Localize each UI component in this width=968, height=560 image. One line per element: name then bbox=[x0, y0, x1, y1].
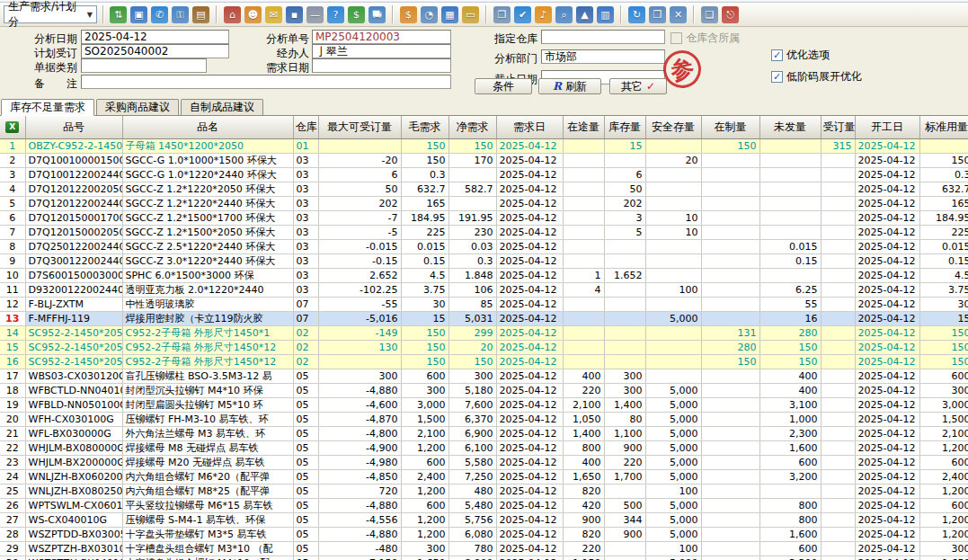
cell-warehouse[interactable]: 03 bbox=[293, 153, 318, 167]
tab-3[interactable]: 自制成品建议 bbox=[181, 99, 263, 115]
cell-ordered[interactable] bbox=[821, 397, 855, 412]
row-number[interactable]: 22 bbox=[0, 440, 25, 455]
row-number[interactable]: 28 bbox=[0, 527, 25, 541]
workstation-icon[interactable]: ▣ bbox=[130, 6, 147, 23]
cell-max-orderable[interactable]: 6 bbox=[318, 167, 401, 182]
cell-unissued[interactable] bbox=[759, 484, 821, 498]
cell-in-process[interactable] bbox=[701, 527, 759, 541]
cell-in-transit[interactable] bbox=[563, 325, 604, 340]
row-number[interactable]: 6 bbox=[0, 210, 25, 225]
cell-item-name[interactable]: SGCC-Z 2.5*1220*2440 环保大 bbox=[122, 239, 293, 253]
row-number[interactable]: 5 bbox=[0, 196, 25, 210]
cell-net-demand[interactable]: 6,080 bbox=[448, 527, 496, 541]
table-row[interactable]: 12F-BLJ-ZXTM中性透明玻璃胶07-5530852025-04-1255… bbox=[0, 297, 968, 311]
cell-demand-date[interactable]: 2025-04-12 bbox=[496, 440, 563, 455]
cell-demand-date[interactable]: 2025-04-12 bbox=[496, 311, 563, 325]
cell-max-orderable[interactable] bbox=[318, 354, 401, 369]
col-header-item-name[interactable]: 品名 bbox=[122, 116, 293, 138]
cell-start-date[interactable]: 2025-04-12 bbox=[855, 153, 919, 167]
table-row[interactable]: 18WFBCTLD-NN040100G封闭型沉头拉铆钉 M4*10 环保05-4… bbox=[0, 383, 968, 397]
cell-in-transit[interactable] bbox=[563, 167, 604, 182]
table-row[interactable]: 23WHJLM-BX200000G焊接螺母 M20 无碰焊点 易车铁05-4,9… bbox=[0, 455, 968, 469]
cell-gross-demand[interactable]: 2,400 bbox=[401, 469, 448, 484]
cell-max-orderable[interactable]: -7 bbox=[318, 210, 401, 225]
cell-std-usage[interactable]: 1,200 bbox=[919, 484, 968, 498]
cell-gross-demand[interactable]: 2,100 bbox=[401, 426, 448, 440]
cell-gross-demand[interactable]: 0.15 bbox=[401, 253, 448, 268]
table-row[interactable]: 5D7Q1201220024400GSGCC-Z 1.2*1220*2440 环… bbox=[0, 196, 968, 210]
table-row[interactable]: 10D7S6001500030000GSPHC 6.0*1500*3000 环保… bbox=[0, 268, 968, 282]
cell-in-transit[interactable] bbox=[563, 182, 604, 196]
cell-net-demand[interactable]: 0.3 bbox=[448, 253, 496, 268]
close-window-icon[interactable]: ✕ bbox=[670, 6, 687, 23]
cell-std-usage[interactable]: 184.95 bbox=[919, 210, 968, 225]
table-row[interactable]: 14SC952-2-1450*2050-1C952-2子母箱 外形尺寸1450*… bbox=[0, 325, 968, 340]
cell-safety-stock[interactable]: 5,000 bbox=[645, 440, 701, 455]
cell-net-demand[interactable]: 170 bbox=[448, 153, 496, 167]
cell-item-no[interactable]: D7Q1201220024400G bbox=[25, 196, 122, 210]
cell-unissued[interactable]: 800 bbox=[759, 498, 821, 512]
cell-unissued[interactable]: 150 bbox=[759, 354, 821, 369]
cell-max-orderable[interactable]: -4,850 bbox=[318, 469, 401, 484]
cell-in-transit[interactable]: 2,100 bbox=[563, 397, 604, 412]
report-icon[interactable]: ◔ bbox=[421, 6, 438, 23]
row-number[interactable]: 23 bbox=[0, 455, 25, 469]
cell-in-transit[interactable]: 1,050 bbox=[563, 412, 604, 426]
cell-safety-stock[interactable] bbox=[645, 297, 701, 311]
cell-item-no[interactable]: D7Q1201220020500G bbox=[25, 182, 122, 196]
cell-unissued[interactable]: 1,600 bbox=[759, 527, 821, 541]
cell-safety-stock[interactable]: 5,000 bbox=[645, 397, 701, 412]
other-button[interactable]: 其它 ✓ bbox=[609, 78, 667, 94]
cell-ordered[interactable] bbox=[821, 484, 855, 498]
cell-stock[interactable]: 1,100 bbox=[604, 426, 645, 440]
cell-demand-date[interactable]: 2025-04-12 bbox=[496, 282, 563, 297]
cell-unissued[interactable] bbox=[759, 182, 821, 196]
cell-ordered[interactable] bbox=[821, 541, 855, 556]
cell-gross-demand[interactable]: 150 bbox=[401, 340, 448, 354]
cell-max-orderable[interactable]: -0.015 bbox=[318, 239, 401, 253]
cell-ordered[interactable] bbox=[821, 412, 855, 426]
cell-in-transit[interactable]: 4 bbox=[563, 282, 604, 297]
cell-in-process[interactable] bbox=[701, 182, 759, 196]
cell-max-orderable[interactable]: -7,150 bbox=[318, 556, 401, 560]
cell-gross-demand[interactable]: 184.95 bbox=[401, 210, 448, 225]
cell-item-name[interactable]: 封闭型沉头拉铆钉 M4*10 环保 bbox=[122, 383, 293, 397]
cell-gross-demand[interactable]: 1,200 bbox=[401, 484, 448, 498]
cell-net-demand[interactable]: 582.7 bbox=[448, 182, 496, 196]
cell-safety-stock[interactable]: 5,000 bbox=[645, 412, 701, 426]
table-row[interactable]: 24WNLJZH-BX060200G内六角组合螺钉 M6*20（配平弹05-4,… bbox=[0, 469, 968, 484]
table-row[interactable]: 21WFL-BX030000G外六角法兰螺母 M3 易车铁、环05-4,8002… bbox=[0, 426, 968, 440]
remark-field[interactable] bbox=[81, 75, 451, 89]
cell-std-usage[interactable]: 600 bbox=[919, 369, 968, 383]
cell-gross-demand[interactable]: 15 bbox=[401, 311, 448, 325]
cell-demand-date[interactable]: 2025-04-12 bbox=[496, 498, 563, 512]
cell-in-process[interactable] bbox=[701, 311, 759, 325]
cart-icon[interactable]: ⛟ bbox=[369, 6, 386, 23]
cell-stock[interactable]: 3 bbox=[604, 210, 645, 225]
row-number[interactable]: 10 bbox=[0, 268, 25, 282]
cell-std-usage[interactable]: 1,650 bbox=[919, 556, 968, 560]
contacts-icon[interactable]: ☻ bbox=[244, 6, 262, 23]
cell-in-process[interactable] bbox=[701, 268, 759, 282]
cell-net-demand[interactable]: 7,600 bbox=[448, 397, 496, 412]
cell-safety-stock[interactable] bbox=[645, 253, 701, 268]
cell-demand-date[interactable]: 2025-04-12 bbox=[496, 196, 563, 210]
cell-unissued[interactable]: 150 bbox=[759, 340, 821, 354]
cell-demand-date[interactable]: 2025-04-12 bbox=[496, 369, 563, 383]
cell-std-usage[interactable]: 150 bbox=[919, 340, 968, 354]
cell-unissued[interactable]: 400 bbox=[759, 383, 821, 397]
cell-stock[interactable]: 900 bbox=[604, 527, 645, 541]
cell-warehouse[interactable]: 05 bbox=[293, 484, 318, 498]
cell-safety-stock[interactable] bbox=[645, 239, 701, 253]
cell-safety-stock[interactable] bbox=[645, 325, 701, 340]
col-header-max-orderable[interactable]: 最大可受订量 bbox=[318, 116, 401, 138]
cell-item-name[interactable]: SGCC-Z 1.2*1500*1700 环保大 bbox=[122, 210, 293, 225]
col-header-item-no[interactable]: 品号 bbox=[25, 116, 122, 138]
help-icon[interactable]: ? bbox=[327, 6, 344, 23]
cell-warehouse[interactable]: 05 bbox=[293, 397, 318, 412]
cell-std-usage[interactable]: 0.3 bbox=[919, 167, 968, 182]
cell-unissued[interactable]: 600 bbox=[759, 541, 821, 556]
cell-unissued[interactable] bbox=[759, 225, 821, 239]
cell-std-usage[interactable]: 632.7 bbox=[919, 182, 968, 196]
cell-demand-date[interactable]: 2025-04-12 bbox=[496, 484, 563, 498]
